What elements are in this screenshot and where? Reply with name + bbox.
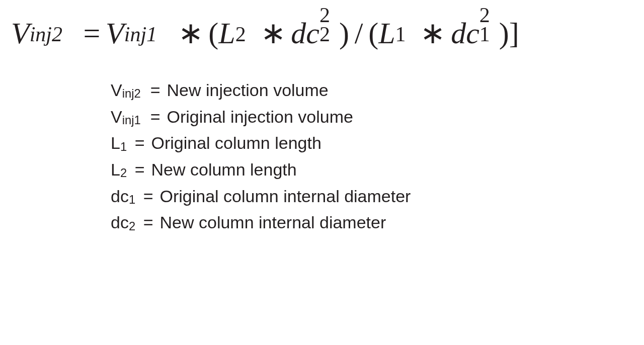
op-equals: =	[78, 17, 106, 50]
legend-sub-inj2: inj2	[122, 79, 146, 96]
legend-row-dc1: dc1= Original column internal diameter	[111, 183, 633, 210]
sub-inj1: inj1	[124, 13, 173, 43]
legend-desc-Vinj2: New injection volume	[167, 80, 328, 100]
legend-sym-V: V	[111, 77, 122, 104]
bracket-close: ]	[509, 17, 519, 50]
legend-row-Vinj2: Vinj2= New injection volume	[111, 77, 633, 104]
sub-1: 1	[395, 13, 415, 43]
legend-row-Vinj1: Vinj1= Original injection volume	[111, 104, 633, 130]
term-dc1sq: dc21	[451, 13, 499, 53]
legend-sub-1: 1	[120, 132, 130, 149]
var-L: L	[378, 14, 395, 53]
legend-sub-2: 2	[120, 158, 130, 176]
term-L2: L2	[218, 13, 255, 53]
paren-close-2: )	[499, 17, 509, 50]
term-Vinj2: Vinj2	[11, 13, 78, 53]
legend-desc-L1: Original column length	[151, 133, 321, 152]
var-V: V	[11, 14, 30, 53]
page: Vinj2 = Vinj1 ∗( L2 ∗ dc22 )/( L1 ∗ dc21…	[0, 0, 644, 345]
var-V: V	[106, 14, 124, 53]
term-Vinj1: Vinj1	[106, 13, 173, 53]
term-dc2sq: dc22	[291, 13, 339, 53]
var-L: L	[218, 14, 235, 53]
legend-eq: =	[130, 160, 146, 179]
legend-sym-V: V	[111, 104, 122, 130]
legend-eq: =	[139, 187, 155, 206]
legend-desc-dc2: New column internal diameter	[160, 213, 386, 232]
legend-sub-1: 1	[129, 185, 139, 202]
legend-eq: =	[139, 213, 155, 232]
legend-row-dc2: dc2= New column internal diameter	[111, 209, 633, 236]
paren-close-1: )	[339, 17, 349, 50]
legend-sym-L: L	[111, 130, 120, 156]
variable-legend: Vinj2= New injection volume Vinj1= Origi…	[111, 77, 633, 236]
op-mul: ∗	[173, 17, 209, 50]
var-dc: dc	[451, 14, 479, 53]
op-div: /	[349, 17, 368, 50]
subsup-2-sq: 22	[319, 13, 339, 43]
legend-desc-L2: New column length	[151, 160, 297, 179]
legend-desc-dc1: Original column internal diameter	[160, 187, 411, 206]
sub-2: 2	[235, 13, 255, 43]
legend-desc-Vinj1: Original injection volume	[167, 107, 353, 126]
formula: Vinj2 = Vinj1 ∗( L2 ∗ dc22 )/( L1 ∗ dc21…	[11, 13, 633, 53]
op-mul: ∗	[255, 17, 291, 50]
var-dc: dc	[291, 14, 319, 53]
legend-row-L2: L2= New column length	[111, 156, 633, 183]
legend-eq: =	[146, 80, 162, 100]
paren-open-2: (	[368, 17, 378, 50]
legend-eq: =	[130, 133, 146, 152]
legend-row-L1: L1= Original column length	[111, 130, 633, 156]
legend-sub-inj1: inj1	[122, 106, 146, 123]
legend-sym-L: L	[111, 156, 120, 183]
op-mul: ∗	[415, 17, 451, 50]
legend-sub-2: 2	[129, 211, 139, 228]
sub-inj2: inj2	[30, 13, 78, 43]
subsup-1-sq: 21	[479, 13, 499, 43]
paren-open-1: (	[208, 17, 218, 50]
term-L1: L1	[378, 13, 415, 53]
legend-eq: =	[146, 107, 162, 126]
legend-sym-dc: dc	[111, 183, 129, 210]
legend-sym-dc: dc	[111, 209, 129, 236]
